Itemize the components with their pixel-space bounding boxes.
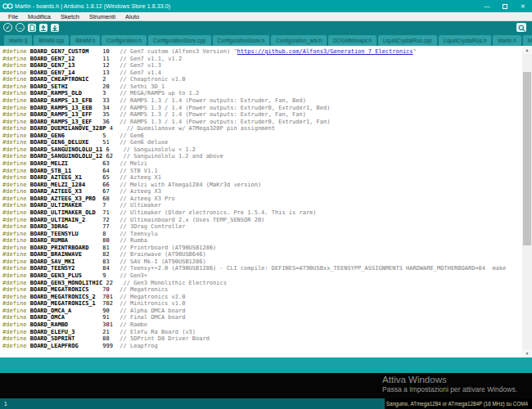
tab-label: BlinkM.h bbox=[75, 38, 95, 43]
code-line: #define BOARD_GEN3_MONOLITHIC 22 // Gen3… bbox=[2, 280, 506, 287]
code-line: #define BOARD_RAMPS_13_EFB 33 // RAMPS 1… bbox=[2, 97, 506, 105]
verify-button[interactable]: ✓ bbox=[3, 23, 12, 32]
watermark-subtitle: Passa a Impostazioni per attivare Window… bbox=[382, 385, 517, 393]
tab-blinkm-cpp[interactable]: BlinkM.cpp bbox=[34, 35, 69, 46]
code-line: #define BOARD_RAMPS_13_EEF 36 // RAMPS 1… bbox=[2, 119, 506, 126]
upload-button[interactable]: → bbox=[16, 23, 25, 32]
code-line: #define BOARD_GEN7_13 12 // Gen7 v1.3 bbox=[2, 62, 506, 70]
code-line: #define BOARD_MEGATRONICS 70 // Megatron… bbox=[2, 286, 506, 294]
code-line: #define BOARD_ELEFU_3 21 // Elefu Ra Boa… bbox=[2, 329, 506, 336]
toolbar: ✓ → bbox=[0, 21, 532, 34]
tab-overflow[interactable]: M▼nSer bbox=[523, 35, 532, 46]
code-line: #define BOARD_OMCA_A 90 // Alpha OMCA bo… bbox=[2, 308, 506, 315]
tab-marlin-h[interactable]: Marlin.h bbox=[493, 35, 521, 46]
code-line: #define BOARD_SANGUINOLOLU_11 6 // Sangu… bbox=[2, 146, 506, 154]
tab-label: ConfigurationStore.cpp bbox=[153, 38, 205, 43]
open-arrow-icon bbox=[40, 25, 47, 31]
tab-label: DOGMbitmaps.h bbox=[333, 38, 372, 43]
code-line: #define BOARD_ULTIMAKER 7 // Ultimaker bbox=[2, 202, 506, 209]
magnifier-icon bbox=[518, 20, 525, 35]
code-line: #define BOARD_MELZI_1284 66 // Melzi wit… bbox=[2, 182, 506, 189]
tab-label: BlinkM.cpp bbox=[38, 38, 64, 43]
status-message-strip bbox=[0, 357, 532, 373]
tab-liquidcrystalrus-h[interactable]: LiquidCrystalRus.h bbox=[439, 35, 492, 46]
menu-strumenti[interactable]: Strumenti bbox=[84, 12, 120, 21]
code-line: #define BOARD_LEAPFROG 999 // Leapfrog bbox=[2, 343, 506, 350]
window-title: Marlin - boards.h | Arduino 1.8.12 (Wind… bbox=[15, 3, 170, 9]
code-line: #define BOARD_AZTEEG_X3 67 // Azteeg X3 bbox=[2, 188, 506, 196]
code-line: #define BOARD_SAV_MKI 83 // SAV Mk-I (AT… bbox=[2, 258, 506, 266]
code-line: #define BOARD_GEN7_CUSTOM 10 // Gen7 cus… bbox=[2, 48, 506, 56]
maximize-icon bbox=[503, 4, 507, 9]
code-line: #define BOARD_MEGATRONICS_2 701 // Megat… bbox=[2, 294, 506, 301]
board-port-info: Sanguino, ATmega1284 or ATmega1284P (16 … bbox=[385, 398, 532, 409]
scroll-down-icon[interactable]: ▼ bbox=[522, 349, 532, 357]
tab-label: Marlin.h bbox=[498, 38, 516, 43]
titlebar: Marlin - boards.h | Arduino 1.8.12 (Wind… bbox=[0, 0, 532, 12]
serial-monitor-button[interactable] bbox=[516, 23, 526, 32]
tab-blinkm-h[interactable]: BlinkM.h bbox=[70, 35, 100, 46]
maximize-button[interactable] bbox=[496, 0, 514, 12]
board-port-text: Sanguino, ATmega1284 or ATmega1284P (16 … bbox=[386, 401, 528, 407]
code-line: #define BOARD_GEN7_14 13 // Gen7 v1.4 bbox=[2, 70, 506, 77]
tab-marlin-[interactable]: Marlin § bbox=[4, 35, 32, 46]
minimize-button[interactable]: — bbox=[478, 0, 496, 12]
code-line: #define BOARD_DUEMILANOVE_328P 4 // Duem… bbox=[2, 125, 506, 133]
menu-file[interactable]: File bbox=[3, 12, 23, 21]
code-line: #define BOARD_RAMPS_13_EEB 34 // RAMPS 1… bbox=[2, 105, 506, 112]
menubar: FileModificaSketchStrumentiAiuto bbox=[0, 12, 532, 21]
console-output: Attiva Windows Passa a Impostazioni per … bbox=[0, 373, 532, 398]
code-line: #define BOARD_TEENSYLU 8 // Teensylu bbox=[2, 231, 506, 238]
code-editor[interactable]: #define BOARD_GEN7_CUSTOM 10 // Gen7 cus… bbox=[0, 46, 532, 357]
tab-configuration-h[interactable]: Configuration.h bbox=[101, 35, 147, 46]
new-sketch-button[interactable] bbox=[28, 24, 36, 32]
code-line: #define BOARD_3DRAG 77 // 3Drag Controll… bbox=[2, 223, 506, 231]
code-line: #define BOARD_5DPRINT 88 // 5DPrint D8 D… bbox=[2, 335, 506, 343]
close-button[interactable]: ✕ bbox=[514, 0, 532, 12]
tab-label: ConfigurationStore.h bbox=[218, 38, 265, 43]
code-line: #define BOARD_GEN6_DELUXE 51 // Gen6 del… bbox=[2, 139, 506, 146]
tab-configurationstore-h[interactable]: ConfigurationStore.h bbox=[213, 35, 270, 46]
new-document-icon bbox=[29, 25, 35, 31]
code-line: #define BOARD_ULTIMAIN_2 72 // Ultimainb… bbox=[2, 217, 506, 224]
tab-label: M bbox=[528, 38, 532, 43]
code-line: #define BOARD_PRINTRBOARD 81 // Printrbo… bbox=[2, 245, 506, 252]
tab-label: Configuration_adv.h bbox=[276, 38, 322, 43]
save-arrow-icon bbox=[52, 25, 58, 31]
menu-modifica[interactable]: Modifica bbox=[23, 12, 56, 21]
tab-liquidcrystalrus-cpp[interactable]: LiquidCrystalRus.cpp bbox=[378, 35, 437, 46]
code-line: #define BOARD_MELZI 63 // Melzi bbox=[2, 160, 506, 168]
tab-configuration-adv-h[interactable]: Configuration_adv.h bbox=[271, 35, 327, 46]
github-link[interactable]: https://github.com/Alfons3/Generation_7_… bbox=[237, 48, 413, 55]
arduino-ide-window: Marlin - boards.h | Arduino 1.8.12 (Wind… bbox=[0, 0, 532, 409]
tab-configurationstore-cpp[interactable]: ConfigurationStore.cpp bbox=[148, 35, 210, 46]
tab-label: LiquidCrystalRus.cpp bbox=[383, 38, 432, 43]
arduino-logo-icon bbox=[0, 0, 15, 12]
code-line: #define BOARD_OMCA 91 // Final OMCA boar… bbox=[2, 314, 506, 321]
current-line-indicator: 1 bbox=[0, 401, 7, 407]
code-line: #define BOARD_RUMBA 80 // Rumba bbox=[2, 237, 506, 245]
code-line: #define BOARD_ULTIMAKER_OLD 71 // Ultima… bbox=[2, 209, 506, 217]
scrollbar-thumb[interactable] bbox=[523, 72, 531, 245]
bottom-status-bar: 1 Sanguino, ATmega1284 or ATmega1284P (1… bbox=[0, 398, 532, 409]
windows-activation-watermark: Attiva Windows Passa a Impostazioni per … bbox=[382, 375, 517, 393]
save-sketch-button[interactable] bbox=[51, 24, 59, 32]
tab-label: Marlin § bbox=[9, 38, 27, 43]
code-area: #define BOARD_GEN7_CUSTOM 10 // Gen7 cus… bbox=[2, 48, 506, 349]
code-line: #define BOARD_AZTEEG_X3_PRO 68 // Azteeg… bbox=[2, 196, 506, 203]
code-line: #define BOARD_SETHI 20 // Sethi 3D_1 bbox=[2, 83, 506, 91]
tab-label: LiquidCrystalRus.h bbox=[444, 38, 487, 43]
code-line: #define BOARD_GEN3_PLUS 9 // Gen3+ bbox=[2, 272, 506, 280]
code-line: #define BOARD_CHEAPTRONIC 2 // Cheaptron… bbox=[2, 76, 506, 83]
open-sketch-button[interactable] bbox=[39, 24, 47, 32]
editor-scrollbar[interactable]: ▲ ▼ bbox=[522, 46, 532, 357]
code-line: #define BOARD_GEN7_12 11 // Gen7 v1.1, v… bbox=[2, 56, 506, 63]
watermark-title: Attiva Windows bbox=[382, 375, 517, 384]
menu-sketch[interactable]: Sketch bbox=[56, 12, 84, 21]
scroll-up-icon[interactable]: ▲ bbox=[522, 46, 532, 54]
tab-strip: Marlin §BlinkM.cppBlinkM.hConfiguration.… bbox=[0, 34, 532, 46]
menu-aiuto[interactable]: Aiuto bbox=[120, 12, 144, 21]
code-line: #define BOARD_RAMBO 301 // Rambo bbox=[2, 321, 506, 329]
tab-dogmbitmaps-h[interactable]: DOGMbitmaps.h bbox=[328, 35, 376, 46]
code-line: #define BOARD_GEN6 5 // Gen6 bbox=[2, 133, 506, 140]
